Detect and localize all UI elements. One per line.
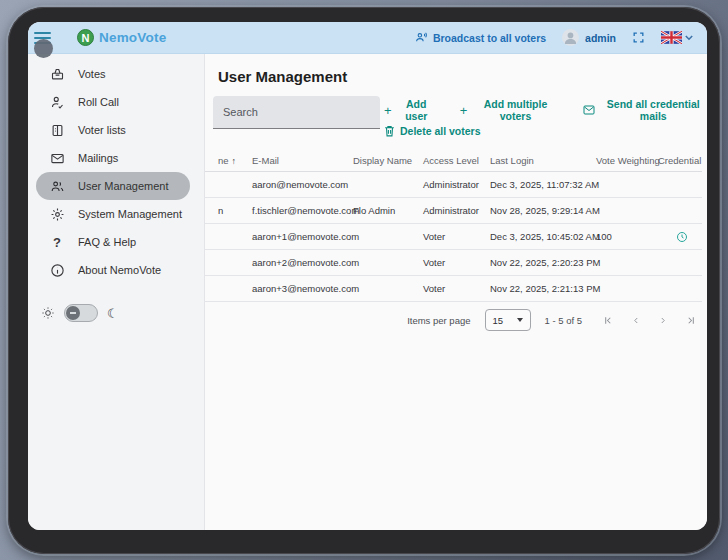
- column-header-email[interactable]: E-Mail: [252, 155, 353, 166]
- broadcast-icon: [415, 31, 428, 44]
- page-size-value: 15: [493, 315, 504, 326]
- search-field: [213, 96, 380, 129]
- sidebar-item-label: Votes: [78, 68, 106, 80]
- hamburger-menu-icon[interactable]: [34, 32, 51, 44]
- tablet-frame: N NemoVote Broadcast to all voters: [8, 7, 720, 554]
- sidebar-item-label: FAQ & Help: [78, 236, 136, 248]
- cell-name: n: [218, 205, 252, 216]
- first-page-button[interactable]: [602, 315, 614, 326]
- range-label: 1 - 5 of 5: [545, 315, 583, 326]
- sidebar-item-label: Roll Call: [78, 96, 119, 108]
- trash-icon: [384, 125, 395, 137]
- dark-mode-toggle[interactable]: [64, 304, 98, 322]
- nemovote-logo-icon: N: [77, 29, 94, 46]
- table-row[interactable]: aaron+3@nemovote.com Voter Nov 22, 2025,…: [205, 276, 702, 302]
- table-row[interactable]: n f.tischler@nemovote.com Flo Admin Admi…: [205, 198, 702, 224]
- uk-flag-icon: [661, 31, 682, 44]
- sort-asc-icon: ↑: [232, 156, 237, 166]
- list-icon: [49, 122, 65, 138]
- last-page-button[interactable]: [685, 315, 697, 326]
- envelope-icon: [49, 150, 65, 166]
- question-mark-icon: ?: [49, 234, 65, 250]
- theme-switcher: ☾: [41, 304, 204, 322]
- plus-icon: +: [384, 104, 392, 117]
- brand-title: NemoVote: [99, 30, 166, 45]
- search-input[interactable]: [213, 96, 380, 128]
- cell-last-login: Nov 28, 2025, 9:29:14 AM: [490, 205, 596, 216]
- sidebar: Votes Roll Call Voter lists: [28, 54, 205, 530]
- ballot-box-icon: [49, 66, 65, 82]
- sidebar-item-voter-lists[interactable]: Voter lists: [36, 116, 190, 144]
- user-menu[interactable]: admin: [562, 29, 616, 46]
- column-header-credential[interactable]: Credential: [658, 155, 706, 166]
- sidebar-item-label: About NemoVote: [78, 264, 161, 276]
- gear-icon: [49, 206, 65, 222]
- sidebar-item-label: Mailings: [78, 152, 118, 164]
- page-size-select[interactable]: 15: [485, 309, 531, 331]
- chevron-down-icon: [685, 35, 693, 41]
- sidebar-item-label: Voter lists: [78, 124, 126, 136]
- delete-all-voters-label: Delete all voters: [400, 125, 481, 137]
- cell-credential: [658, 231, 706, 243]
- clock-icon[interactable]: [676, 231, 688, 243]
- broadcast-button[interactable]: Broadcast to all voters: [415, 31, 546, 44]
- cell-email: aaron+2@nemovote.com: [252, 257, 353, 268]
- column-header-vote-weighting[interactable]: Vote Weighting: [596, 155, 658, 166]
- fullscreen-icon[interactable]: [632, 31, 645, 44]
- cell-email: f.tischler@nemovote.com: [252, 205, 353, 216]
- delete-all-voters-button[interactable]: Delete all voters: [384, 125, 481, 137]
- sidebar-item-mailings[interactable]: Mailings: [36, 144, 190, 172]
- app-screen: N NemoVote Broadcast to all voters: [28, 22, 707, 530]
- sun-icon: [41, 306, 55, 320]
- paginator: Items per page 15 1 - 5 of 5: [205, 306, 697, 334]
- users-icon: [49, 178, 65, 194]
- table-row[interactable]: aaron+1@nemovote.com Voter Dec 3, 2025, …: [205, 224, 702, 250]
- cell-access-level: Voter: [423, 283, 490, 294]
- sidebar-item-votes[interactable]: Votes: [36, 60, 190, 88]
- cell-last-login: Dec 3, 2025, 10:45:02 AM: [490, 231, 596, 242]
- username-label: admin: [585, 32, 616, 44]
- column-header-name[interactable]: ne↑: [218, 155, 252, 166]
- roll-call-icon: [49, 94, 65, 110]
- cell-vote-weighting: 100: [596, 231, 658, 242]
- plus-icon: +: [460, 104, 468, 117]
- add-user-label: Add user: [397, 98, 436, 122]
- items-per-page-label: Items per page: [407, 315, 470, 326]
- avatar: [562, 29, 579, 46]
- column-header-last-login[interactable]: Last Login: [490, 155, 596, 166]
- cell-last-login: Nov 22, 2025, 2:20:23 PM: [490, 257, 596, 268]
- cell-display-name: Flo Admin: [353, 205, 423, 216]
- table-header-row: ne↑ E-Mail Display Name Access Level Las…: [205, 150, 702, 172]
- column-header-display-name[interactable]: Display Name: [353, 155, 423, 166]
- sidebar-item-system-management[interactable]: System Management: [36, 200, 190, 228]
- add-multiple-voters-button[interactable]: + Add multiple voters: [460, 98, 559, 122]
- sidebar-item-roll-call[interactable]: Roll Call: [36, 88, 190, 116]
- cell-last-login: Nov 22, 2025, 2:21:13 PM: [490, 283, 596, 294]
- cell-email: aaron@nemovote.com: [252, 179, 353, 190]
- table-row[interactable]: aaron+2@nemovote.com Voter Nov 22, 2025,…: [205, 250, 702, 276]
- cell-access-level: Administrator: [423, 179, 490, 190]
- top-bar: N NemoVote Broadcast to all voters: [28, 22, 707, 54]
- sidebar-item-user-management[interactable]: User Management: [36, 172, 190, 200]
- send-credential-mails-button[interactable]: Send all credential mails: [583, 98, 707, 122]
- sidebar-item-faq-help[interactable]: ? FAQ & Help: [36, 228, 190, 256]
- table-row[interactable]: aaron@nemovote.com Administrator Dec 3, …: [205, 172, 702, 198]
- cell-access-level: Voter: [423, 231, 490, 242]
- sidebar-item-about[interactable]: About NemoVote: [36, 256, 190, 284]
- send-credential-mails-label: Send all credential mails: [600, 98, 707, 122]
- column-header-access-level[interactable]: Access Level: [423, 155, 490, 166]
- next-page-button[interactable]: [658, 315, 668, 326]
- cell-last-login: Dec 3, 2025, 11:07:32 AM: [490, 179, 596, 190]
- add-user-button[interactable]: + Add user: [384, 98, 436, 122]
- main-content: User Management + Add user + Add multipl…: [205, 54, 707, 530]
- previous-page-button[interactable]: [631, 315, 641, 326]
- info-icon: [49, 262, 65, 278]
- select-caret-icon: [517, 318, 523, 322]
- cell-access-level: Voter: [423, 257, 490, 268]
- language-selector[interactable]: [661, 31, 693, 44]
- user-table: ne↑ E-Mail Display Name Access Level Las…: [205, 150, 702, 302]
- sidebar-item-label: System Management: [78, 208, 182, 220]
- cell-access-level: Administrator: [423, 205, 490, 216]
- mail-icon: [583, 105, 595, 115]
- page-title: User Management: [218, 68, 347, 85]
